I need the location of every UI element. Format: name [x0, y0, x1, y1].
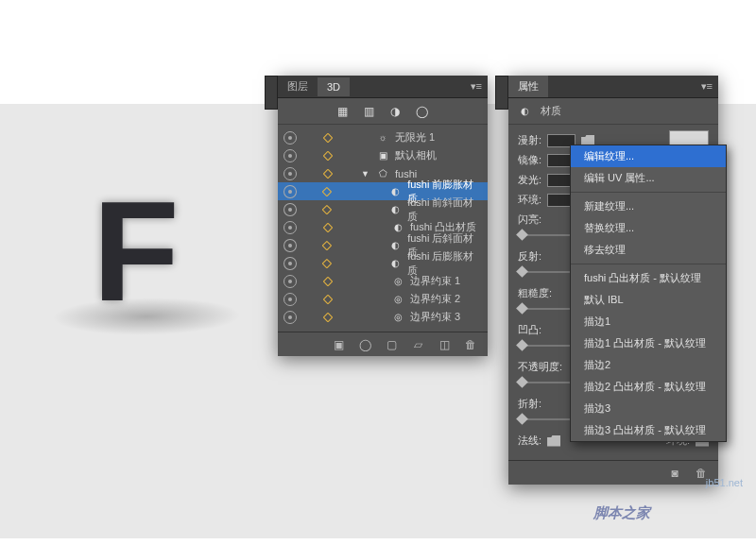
tree-item-label: 无限光 1: [395, 130, 435, 145]
folder-normal[interactable]: [547, 435, 560, 447]
menu-texture-item[interactable]: 描边2: [571, 354, 726, 376]
eye-icon[interactable]: [284, 275, 297, 288]
eye-icon[interactable]: [284, 131, 297, 145]
disclosure-icon: [323, 132, 334, 143]
panel-3d-footer: ▣ ◯ ▢ ▱ ◫ 🗑: [278, 332, 488, 356]
label-ambient: 环境:: [518, 193, 541, 207]
con-icon: ◎: [391, 275, 404, 288]
camera-icon[interactable]: ▢: [384, 337, 399, 352]
eye-icon[interactable]: [284, 257, 297, 270]
tree-item-label: fushi 后膨胀材质: [407, 249, 482, 278]
panel-props-flyout[interactable]: ▾≡: [696, 80, 718, 93]
tree-item[interactable]: ◐fushi 前斜面材质: [278, 200, 488, 218]
panel-props-footer: ◙ 🗑: [508, 460, 718, 485]
material-icon: ◐: [518, 105, 531, 118]
tree-item[interactable]: ☼无限光 1: [278, 128, 488, 146]
menu-texture-item[interactable]: 描边3: [571, 398, 726, 419]
tree-item[interactable]: ▣默认相机: [278, 146, 488, 164]
eye-icon[interactable]: [284, 203, 297, 216]
light-icon[interactable]: ◯: [357, 337, 372, 352]
label-opacity: 不透明度:: [518, 360, 562, 374]
menu-texture-item[interactable]: 描边1: [571, 311, 726, 332]
label-diffuse: 漫射:: [518, 133, 541, 147]
tab-3d[interactable]: 3D: [318, 77, 350, 96]
tree-item-label: 边界约束 2: [410, 292, 460, 306]
eye-icon[interactable]: [284, 167, 297, 180]
panel-grip[interactable]: [495, 76, 508, 110]
menu-separator: [571, 264, 726, 264]
disclosure-icon: [323, 150, 334, 161]
ground-icon[interactable]: ▱: [410, 337, 425, 352]
menu-edit-texture[interactable]: 编辑纹理...: [571, 145, 726, 167]
eye-icon[interactable]: [284, 149, 297, 162]
panel-3d-flyout[interactable]: ▾≡: [465, 80, 488, 93]
mat-icon: ◐: [389, 257, 403, 270]
tab-layers[interactable]: 图层: [278, 76, 318, 97]
eye-icon[interactable]: [284, 239, 297, 252]
letter-f: F: [93, 170, 180, 333]
light-icon: ☼: [376, 131, 389, 145]
menu-texture-item[interactable]: 描边2 凸出材质 - 默认纹理: [571, 376, 726, 398]
menu-edit-uv[interactable]: 编辑 UV 属性...: [571, 167, 726, 189]
new-icon[interactable]: ◫: [437, 337, 452, 352]
tree-item[interactable]: ◎边界约束 3: [278, 308, 488, 326]
menu-separator: [571, 192, 726, 193]
label-normal: 法线:: [518, 434, 541, 448]
label-refract: 折射:: [518, 397, 541, 411]
eye-icon[interactable]: [284, 311, 297, 324]
panel-grip[interactable]: [265, 76, 278, 110]
menu-remove-texture[interactable]: 移去纹理: [571, 239, 726, 261]
label-rough: 粗糙度:: [518, 286, 552, 300]
disclosure-icon: [322, 204, 333, 214]
menu-new-texture[interactable]: 新建纹理...: [571, 196, 726, 217]
menu-texture-item[interactable]: 默认 IBL: [571, 289, 726, 311]
mat-icon: ◐: [389, 185, 403, 198]
panel-3d-filterbar: ▦ ▥ ◑ ◯: [278, 98, 488, 125]
disclosure-icon: [322, 186, 333, 196]
mat-icon: ◐: [391, 221, 404, 234]
disclosure-icon: [323, 168, 334, 179]
preview-icon[interactable]: ◙: [667, 466, 682, 481]
label-bump: 凹凸:: [518, 323, 541, 337]
render-icon[interactable]: ▣: [331, 337, 346, 352]
label-reflect: 反射:: [518, 249, 541, 264]
camera-icon: ▣: [376, 149, 389, 162]
menu-texture-item[interactable]: 描边3 凸出材质 - 默认纹理: [571, 419, 726, 441]
panel-3d-tabbar: 图层 3D ▾≡: [278, 76, 488, 98]
disclosure-icon: [323, 294, 334, 304]
filter-all-icon[interactable]: ▦: [335, 104, 350, 119]
menu-texture-item[interactable]: 描边1 凸出材质 - 默认纹理: [571, 332, 726, 354]
disclosure-icon: [322, 258, 333, 268]
props-type-header: ◐ 材质: [508, 98, 718, 125]
caret-icon: ▼: [361, 169, 370, 179]
menu-replace-texture[interactable]: 替换纹理...: [571, 217, 726, 239]
eye-icon[interactable]: [284, 293, 297, 306]
panel-props-tabbar: 属性 ▾≡: [508, 76, 718, 98]
con-icon: ◎: [391, 311, 404, 324]
mat-icon: ◐: [389, 239, 403, 252]
tree-item-label: 默认相机: [395, 148, 437, 162]
watermark-url: jb51.net: [706, 477, 743, 488]
tab-properties[interactable]: 属性: [508, 76, 548, 97]
trash-icon[interactable]: 🗑: [463, 337, 478, 352]
filter-light-icon[interactable]: ◯: [414, 104, 429, 119]
scene-tree: ☼无限光 1▣默认相机▼⬠fushi◐fushi 前膨胀材质◐fushi 前斜面…: [278, 125, 488, 332]
filter-material-icon[interactable]: ◑: [387, 104, 403, 119]
panel-3d: 图层 3D ▾≡ ▦ ▥ ◑ ◯ ☼无限光 1▣默认相机▼⬠fushi◐fush…: [278, 76, 488, 356]
texture-menu: 编辑纹理... 编辑 UV 属性... 新建纹理... 替换纹理... 移去纹理…: [570, 145, 727, 442]
tree-item-label: 边界约束 1: [410, 274, 460, 288]
label-glow: 发光:: [518, 173, 541, 187]
disclosure-icon: [323, 312, 334, 322]
tree-item-label: fushi 前斜面材质: [407, 196, 482, 224]
mat-icon: ◐: [389, 203, 403, 216]
label-shine: 闪亮:: [518, 213, 541, 227]
filter-mesh-icon[interactable]: ▥: [361, 104, 376, 119]
eye-icon[interactable]: [284, 221, 297, 234]
eye-icon[interactable]: [284, 185, 297, 198]
tree-item[interactable]: ◎边界约束 2: [278, 290, 488, 308]
props-type-label: 材质: [541, 104, 561, 118]
watermark-site: 脚本之家: [593, 504, 650, 522]
tree-item[interactable]: ◐fushi 后膨胀材质: [278, 254, 488, 272]
tree-item[interactable]: ◎边界约束 1: [278, 272, 488, 290]
menu-texture-item[interactable]: fushi 凸出材质 - 默认纹理: [571, 267, 726, 289]
